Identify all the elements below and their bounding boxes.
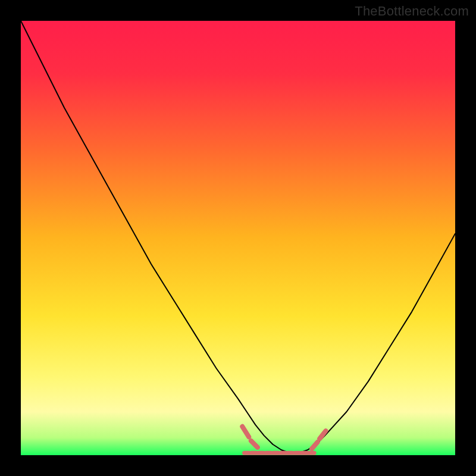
plot-area	[21, 21, 455, 455]
bottleneck-curve-chart	[21, 21, 455, 455]
gradient-background	[21, 21, 455, 455]
chart-frame: TheBottleneck.com	[0, 0, 476, 476]
watermark-label: TheBottleneck.com	[355, 4, 469, 19]
